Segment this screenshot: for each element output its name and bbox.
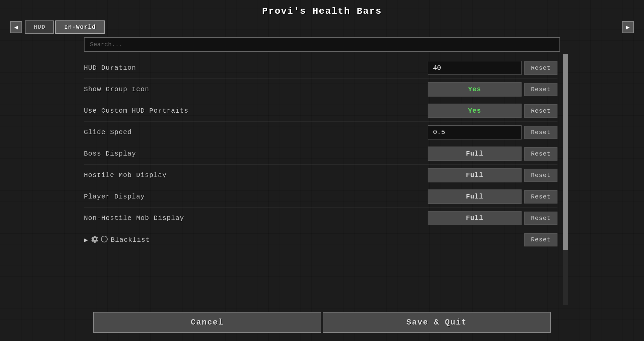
page-title: Provi's Health Bars bbox=[262, 6, 382, 16]
setting-label-boss-display: Boss Display bbox=[84, 150, 428, 158]
nav-tabs: ◀ HUD In-World ▶ bbox=[0, 20, 644, 34]
setting-row-use-custom-hud-portraits: Use Custom HUD Portraits Yes Reset bbox=[84, 100, 557, 122]
setting-label-non-hostile-mob-display: Non-Hostile Mob Display bbox=[84, 214, 428, 222]
search-input[interactable] bbox=[84, 37, 560, 52]
setting-row-hud-duration: HUD Duration Reset bbox=[84, 57, 557, 79]
search-bar bbox=[84, 37, 560, 52]
nav-right-arrow[interactable]: ▶ bbox=[622, 21, 634, 33]
setting-value-player-display[interactable]: Full bbox=[428, 189, 522, 204]
blacklist-row: ▶ Blacklist Reset bbox=[84, 229, 557, 250]
setting-value-boss-display[interactable]: Full bbox=[428, 147, 522, 161]
setting-row-non-hostile-mob-display: Non-Hostile Mob Display Full Reset bbox=[84, 208, 557, 229]
setting-label-glide-speed: Glide Speed bbox=[84, 128, 428, 136]
setting-value-show-group-icon[interactable]: Yes bbox=[428, 82, 522, 97]
reset-btn-non-hostile-mob-display[interactable]: Reset bbox=[524, 212, 557, 225]
nav-left-arrow[interactable]: ◀ bbox=[10, 21, 22, 33]
blacklist-expand-arrow[interactable]: ▶ bbox=[84, 236, 88, 244]
setting-row-hostile-mob-display: Hostile Mob Display Full Reset bbox=[84, 165, 557, 186]
blacklist-icons bbox=[91, 235, 108, 244]
title-bar: Provi's Health Bars bbox=[0, 0, 644, 20]
setting-control-use-custom-hud-portraits: Yes Reset bbox=[428, 104, 557, 118]
reset-btn-boss-display[interactable]: Reset bbox=[524, 147, 557, 161]
setting-label-use-custom-hud-portraits: Use Custom HUD Portraits bbox=[84, 107, 428, 115]
screen: Provi's Health Bars ◀ HUD In-World ▶ HUD… bbox=[0, 0, 644, 341]
setting-value-glide-speed[interactable] bbox=[428, 125, 522, 139]
setting-label-hud-duration: HUD Duration bbox=[84, 64, 428, 72]
setting-label-player-display: Player Display bbox=[84, 193, 428, 201]
setting-value-use-custom-hud-portraits[interactable]: Yes bbox=[428, 104, 522, 118]
tab-in-world[interactable]: In-World bbox=[55, 20, 104, 34]
reset-btn-hud-duration[interactable]: Reset bbox=[524, 61, 557, 75]
reset-btn-blacklist[interactable]: Reset bbox=[524, 233, 557, 246]
setting-row-glide-speed: Glide Speed Reset bbox=[84, 122, 557, 143]
circle-icon bbox=[101, 235, 108, 244]
setting-value-non-hostile-mob-display[interactable]: Full bbox=[428, 211, 522, 225]
blacklist-label: Blacklist bbox=[111, 236, 150, 244]
setting-row-player-display: Player Display Full Reset bbox=[84, 186, 557, 208]
setting-control-hud-duration: Reset bbox=[428, 61, 557, 75]
reset-btn-hostile-mob-display[interactable]: Reset bbox=[524, 169, 557, 182]
save-quit-button[interactable]: Save & Quit bbox=[323, 312, 551, 333]
content-wrapper: HUD Duration Reset Show Group Icon Yes R… bbox=[84, 37, 560, 305]
reset-btn-use-custom-hud-portraits[interactable]: Reset bbox=[524, 104, 557, 118]
settings-list: HUD Duration Reset Show Group Icon Yes R… bbox=[84, 57, 560, 305]
setting-label-hostile-mob-display: Hostile Mob Display bbox=[84, 171, 428, 179]
gear-icon bbox=[91, 235, 99, 244]
setting-control-boss-display: Full Reset bbox=[428, 147, 557, 161]
setting-control-show-group-icon: Yes Reset bbox=[428, 82, 557, 97]
setting-control-glide-speed: Reset bbox=[428, 125, 557, 139]
scrollbar-thumb bbox=[563, 54, 568, 250]
tab-hud[interactable]: HUD bbox=[25, 20, 54, 34]
setting-control-player-display: Full Reset bbox=[428, 189, 557, 204]
reset-btn-glide-speed[interactable]: Reset bbox=[524, 126, 557, 139]
setting-value-hostile-mob-display[interactable]: Full bbox=[428, 168, 522, 182]
setting-control-hostile-mob-display: Full Reset bbox=[428, 168, 557, 182]
setting-row-boss-display: Boss Display Full Reset bbox=[84, 143, 557, 165]
svg-point-0 bbox=[101, 236, 107, 242]
reset-btn-player-display[interactable]: Reset bbox=[524, 190, 557, 204]
setting-control-non-hostile-mob-display: Full Reset bbox=[428, 211, 557, 225]
bottom-bar: Cancel Save & Quit bbox=[0, 305, 644, 341]
cancel-button[interactable]: Cancel bbox=[93, 312, 321, 333]
scrollbar[interactable] bbox=[563, 54, 568, 305]
reset-btn-show-group-icon[interactable]: Reset bbox=[524, 83, 557, 96]
setting-value-hud-duration[interactable] bbox=[428, 61, 522, 75]
setting-row-show-group-icon: Show Group Icon Yes Reset bbox=[84, 79, 557, 100]
setting-label-show-group-icon: Show Group Icon bbox=[84, 86, 428, 93]
